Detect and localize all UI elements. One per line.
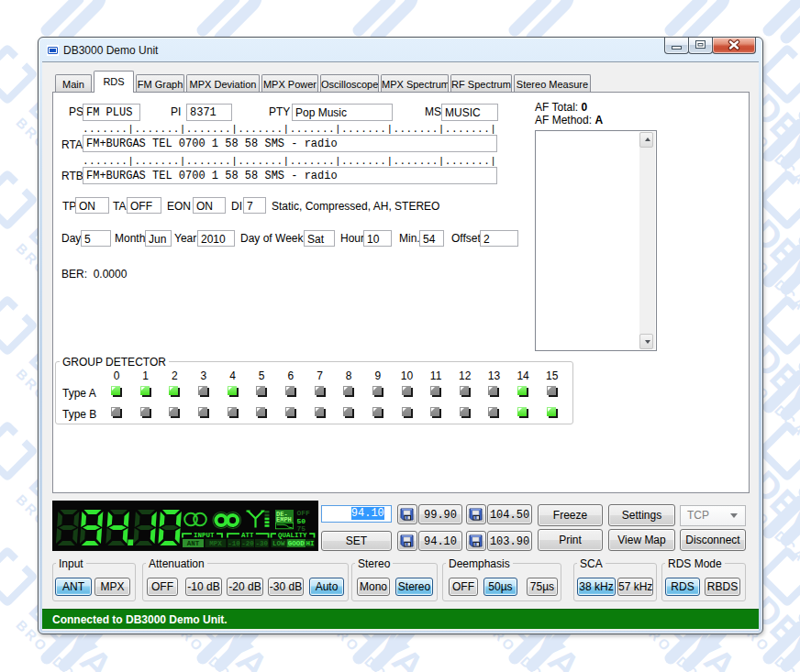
svg-text:-10: -10 [228, 540, 240, 547]
svg-text:-30: -30 [256, 540, 269, 547]
svg-text:GOOD: GOOD [288, 540, 306, 547]
svg-text:MPX: MPX [209, 540, 222, 547]
svg-text:ATT: ATT [241, 532, 254, 539]
svg-text:INPUT: INPUT [194, 532, 215, 539]
svg-text:ANT: ANT [187, 540, 200, 547]
svg-text:LOW: LOW [272, 540, 285, 547]
svg-text:QUALITY: QUALITY [278, 532, 307, 539]
svg-text:HI: HI [306, 540, 315, 547]
svg-text:-20: -20 [241, 540, 254, 547]
